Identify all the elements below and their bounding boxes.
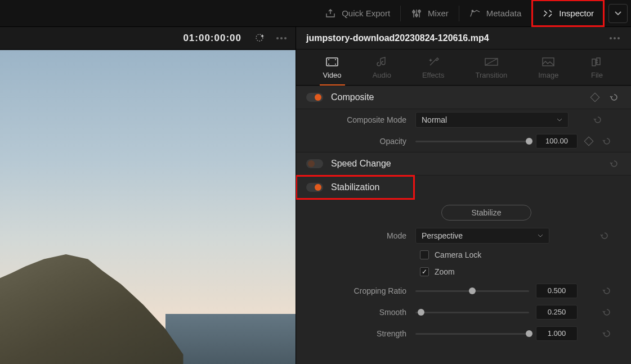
smooth-label: Smooth bbox=[296, 308, 409, 317]
preview-sea bbox=[165, 314, 296, 364]
inspector-options-button[interactable] bbox=[608, 32, 621, 44]
chevron-down-icon bbox=[557, 117, 562, 123]
svg-point-8 bbox=[335, 59, 336, 60]
cropping-slider[interactable] bbox=[415, 290, 529, 292]
opacity-slider[interactable] bbox=[415, 141, 529, 142]
strength-slider[interactable] bbox=[415, 333, 529, 335]
opacity-label: Opacity bbox=[296, 137, 409, 146]
svg-rect-11 bbox=[543, 58, 554, 66]
magic-mask-button[interactable] bbox=[254, 32, 266, 44]
section-title: Speed Change bbox=[331, 159, 583, 169]
viewer-options-button[interactable] bbox=[275, 32, 288, 44]
expand-panel-button[interactable] bbox=[608, 4, 628, 23]
camera-lock-checkbox[interactable] bbox=[420, 250, 429, 259]
smooth-value[interactable]: 0.250 bbox=[536, 305, 578, 320]
tab-image[interactable]: Image bbox=[532, 53, 564, 85]
audio-icon bbox=[374, 56, 389, 68]
mixer-label: Mixer bbox=[428, 8, 449, 18]
reset-button[interactable] bbox=[602, 329, 612, 339]
export-icon bbox=[325, 8, 336, 19]
ellipsis-icon bbox=[276, 37, 287, 39]
strength-value[interactable]: 1.000 bbox=[536, 326, 578, 341]
quick-export-button[interactable]: Quick Export bbox=[315, 0, 400, 26]
keyframe-button[interactable] bbox=[590, 93, 600, 102]
video-icon bbox=[325, 56, 339, 68]
stabilization-toggle[interactable] bbox=[306, 183, 323, 192]
reset-button[interactable] bbox=[609, 159, 619, 169]
svg-point-9 bbox=[335, 64, 336, 65]
tab-label: File bbox=[591, 71, 603, 79]
reset-button[interactable] bbox=[602, 307, 612, 317]
image-icon bbox=[541, 56, 556, 68]
reset-button[interactable] bbox=[593, 115, 603, 125]
reset-button[interactable] bbox=[599, 231, 610, 241]
section-stabilization-header[interactable]: Stabilization bbox=[296, 176, 414, 199]
zoom-checkbox[interactable] bbox=[420, 267, 429, 276]
reset-button[interactable] bbox=[602, 286, 612, 296]
section-title: Composite bbox=[331, 92, 583, 102]
viewer-preview[interactable] bbox=[0, 50, 296, 364]
zoom-label: Zoom bbox=[435, 267, 455, 276]
section-speed-header[interactable]: Speed Change bbox=[296, 152, 631, 176]
inspector-label: Inspector bbox=[559, 8, 594, 18]
tab-effects[interactable]: Effects bbox=[417, 53, 450, 85]
keyframe-button[interactable] bbox=[584, 137, 594, 146]
select-value: Perspective bbox=[422, 231, 463, 240]
stab-mode-label: Mode bbox=[296, 231, 409, 240]
inspector-button[interactable]: Inspector bbox=[532, 0, 604, 26]
composite-toggle[interactable] bbox=[306, 93, 323, 102]
camera-lock-label: Camera Lock bbox=[435, 250, 481, 259]
cropping-value[interactable]: 0.500 bbox=[536, 284, 578, 298]
ellipsis-icon bbox=[610, 37, 620, 39]
metadata-button[interactable]: Metadata bbox=[459, 0, 532, 26]
strength-label: Strength bbox=[296, 329, 409, 338]
metadata-icon bbox=[469, 8, 481, 19]
cropping-label: Cropping Ratio bbox=[296, 286, 409, 295]
chevron-down-icon bbox=[538, 233, 543, 239]
chevron-down-icon bbox=[614, 11, 622, 16]
select-value: Normal bbox=[422, 115, 447, 124]
tab-audio[interactable]: Audio bbox=[367, 53, 397, 85]
smooth-slider[interactable] bbox=[415, 312, 529, 313]
stab-mode-select[interactable]: Perspective bbox=[415, 228, 549, 244]
reset-button[interactable] bbox=[609, 92, 619, 102]
viewer-timecode[interactable]: 01:00:00:00 bbox=[183, 33, 241, 44]
mixer-icon bbox=[411, 8, 422, 19]
effects-icon bbox=[426, 56, 441, 68]
inspector-icon bbox=[542, 8, 553, 19]
section-title: Stabilization bbox=[331, 182, 404, 192]
tab-transition[interactable]: Transition bbox=[470, 53, 513, 85]
tab-label: Effects bbox=[422, 71, 445, 79]
tab-label: Image bbox=[538, 71, 558, 79]
opacity-value[interactable]: 100.00 bbox=[536, 134, 578, 149]
metadata-label: Metadata bbox=[486, 8, 522, 18]
transition-icon bbox=[484, 56, 499, 68]
tab-file[interactable]: File bbox=[584, 53, 610, 85]
composite-mode-label: Composite Mode bbox=[296, 115, 409, 124]
svg-point-7 bbox=[328, 64, 329, 65]
file-icon bbox=[589, 56, 604, 68]
mixer-button[interactable]: Mixer bbox=[401, 0, 459, 26]
tab-label: Audio bbox=[373, 71, 391, 79]
svg-point-6 bbox=[328, 59, 329, 60]
tab-label: Transition bbox=[476, 71, 508, 79]
tab-video[interactable]: Video bbox=[317, 53, 347, 85]
speed-toggle[interactable] bbox=[306, 159, 323, 168]
section-composite-header[interactable]: Composite bbox=[296, 86, 631, 109]
quick-export-label: Quick Export bbox=[342, 8, 390, 18]
stabilize-button[interactable]: Stabilize bbox=[441, 205, 531, 221]
sparkle-wand-icon bbox=[254, 33, 266, 44]
svg-rect-5 bbox=[326, 58, 338, 66]
composite-mode-select[interactable]: Normal bbox=[415, 112, 569, 128]
clip-filename: jumpstory-download20230824-120616.mp4 bbox=[306, 33, 489, 43]
tab-label: Video bbox=[323, 71, 342, 79]
reset-button[interactable] bbox=[602, 136, 612, 146]
